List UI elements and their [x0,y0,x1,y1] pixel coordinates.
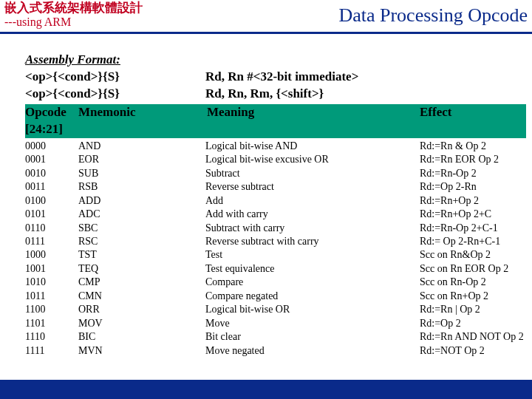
cell-opcode: 0111 [25,235,78,248]
cell-effect: Rd:=Rn EOR Op 2 [420,153,532,166]
table-row: 0001EORLogical bit-wise excusive ORRd:=R… [25,153,532,166]
cell-effect: Rd:=Rn-Op 2+C-1 [420,222,532,235]
cell-meaning: Compare [205,276,420,289]
cell-mnemonic: RSB [78,180,205,194]
cell-opcode: 1010 [25,276,78,289]
header-left: 嵌入式系統架構軟體設計 ---using ARM [4,1,143,28]
cell-mnemonic: RSC [78,235,205,248]
cell-opcode: 1100 [25,303,78,316]
assembly-format-label: Assembly Format: [25,52,532,69]
cell-meaning: Subtract with carry [205,222,420,235]
cell-effect: Scc on Rn EOR Op 2 [420,262,532,276]
table-row: 1000TSTTestScc on Rn&Op 2 [25,248,532,262]
slide-content: Assembly Format: <op>{<cond>}{S} Rd, Rn … [0,34,532,358]
cell-meaning: Add [205,194,420,208]
cell-meaning: Reverse subtract [205,180,420,194]
course-title-zh: 嵌入式系統架構軟體設計 [4,1,143,16]
cell-effect: Rd:=Rn+Op 2 [420,194,532,208]
table-row: 0110SBCSubtract with carryRd:=Rn-Op 2+C-… [25,222,532,235]
col-mnemonic: Mnemonic [78,105,135,119]
table-row: 0111RSCReverse subtract with carryRd:= O… [25,235,532,248]
table-row: 1101MOVMoveRd:=Op 2 [25,317,532,330]
slide-title: Data Processing Opcode [338,1,528,27]
cell-meaning: Logical bit-wise excusive OR [205,153,420,166]
format-1-right: Rd, Rn #<32-bit immediate> [205,69,420,86]
cell-mnemonic: BIC [78,330,205,344]
cell-opcode: 1101 [25,317,78,330]
table-row: 1100ORRLogical bit-wise ORRd:=Rn | Op 2 [25,303,532,316]
cell-effect: Rd:=Op 2 [420,317,532,330]
cell-mnemonic: ADD [78,194,205,208]
cell-meaning: Move [205,317,420,330]
cell-opcode: 1001 [25,262,78,276]
cell-meaning: Bit clear [205,330,420,344]
format-heading: Assembly Format: [25,52,205,69]
format-1-left: <op>{<cond>}{S} [25,69,205,86]
cell-opcode: 1000 [25,248,78,262]
cell-opcode: 1011 [25,290,78,303]
cell-mnemonic: AND [78,140,205,153]
header-bar: 嵌入式系統架構軟體設計 ---using ARM Data Processing… [0,0,532,34]
cell-effect: Scc on Rn&Op 2 [420,248,532,262]
cell-opcode: 0011 [25,180,78,194]
cell-opcode: 0101 [25,208,78,221]
footer-bar [0,380,532,399]
cell-mnemonic: MOV [78,317,205,330]
cell-mnemonic: ORR [78,303,205,316]
cell-mnemonic: MVN [78,344,205,358]
format-line-2: <op>{<cond>}{S} Rd, Rn, Rm, {<shift>} [25,86,532,103]
cell-meaning: Reverse subtract with carry [205,235,420,248]
cell-effect: Rd:= Op 2-Rn+C-1 [420,235,532,248]
cell-mnemonic: TST [78,248,205,262]
col-meaning: Meaning [205,104,420,138]
cell-opcode: 0110 [25,222,78,235]
format-2-left: <op>{<cond>}{S} [25,86,205,103]
table-header-row: Opcode [24:21]Mnemonic Meaning Effect [25,104,526,138]
cell-opcode: 0010 [25,167,78,180]
cell-mnemonic: CMN [78,290,205,303]
cell-meaning: Move negated [205,344,420,358]
cell-meaning: Add with carry [205,208,420,221]
table-row: 1001TEQTest equivalenceScc on Rn EOR Op … [25,262,532,276]
table-row: 0011RSBReverse subtractRd:=Op 2-Rn [25,180,532,194]
table-row: 1110BICBit clearRd:=Rn AND NOT Op 2 [25,330,532,344]
table-row: 0010SUBSubtractRd:=Rn-Op 2 [25,167,532,180]
col-opcode: Opcode [24:21] [25,104,78,138]
cell-opcode: 1111 [25,344,78,358]
course-title-en: ---using ARM [4,16,143,29]
table-row: 0101ADCAdd with carryRd:=Rn+Op 2+C [25,208,532,221]
cell-effect: Rd:=Rn & Op 2 [420,140,532,153]
cell-mnemonic: TEQ [78,262,205,276]
cell-meaning: Compare negated [205,290,420,303]
cell-opcode: 1110 [25,330,78,344]
cell-effect: Rd:=Rn | Op 2 [420,303,532,316]
table-row: 1010CMPCompareScc on Rn-Op 2 [25,276,532,289]
table-row: 0000ANDLogical bit-wise ANDRd:=Rn & Op 2 [25,140,532,153]
cell-mnemonic: SBC [78,222,205,235]
cell-meaning: Logical bit-wise OR [205,303,420,316]
col-effect: Effect [420,104,526,138]
table-row: 0100ADDAddRd:=Rn+Op 2 [25,194,532,208]
cell-opcode: 0100 [25,194,78,208]
cell-mnemonic: ADC [78,208,205,221]
cell-effect: Rd:=Rn+Op 2+C [420,208,532,221]
cell-mnemonic: SUB [78,167,205,180]
format-2-right: Rd, Rn, Rm, {<shift>} [205,86,420,103]
cell-mnemonic: EOR [78,153,205,166]
cell-effect: Scc on Rn-Op 2 [420,276,532,289]
cell-effect: Rd:=Op 2-Rn [420,180,532,194]
cell-meaning: Test equivalence [205,262,420,276]
table-row: 1111MVNMove negatedRd:=NOT Op 2 [25,344,532,358]
format-line-1: <op>{<cond>}{S} Rd, Rn #<32-bit immediat… [25,69,532,86]
cell-mnemonic: CMP [78,276,205,289]
table-row: 1011CMNCompare negatedScc on Rn+Op 2 [25,290,532,303]
cell-opcode: 0001 [25,153,78,166]
cell-opcode: 0000 [25,140,78,153]
cell-effect: Scc on Rn+Op 2 [420,290,532,303]
opcode-table-body: 0000ANDLogical bit-wise ANDRd:=Rn & Op 2… [25,140,532,358]
cell-meaning: Subtract [205,167,420,180]
cell-meaning: Test [205,248,420,262]
cell-meaning: Logical bit-wise AND [205,140,420,153]
cell-effect: Rd:=Rn AND NOT Op 2 [420,330,532,344]
cell-effect: Rd:=Rn-Op 2 [420,167,532,180]
